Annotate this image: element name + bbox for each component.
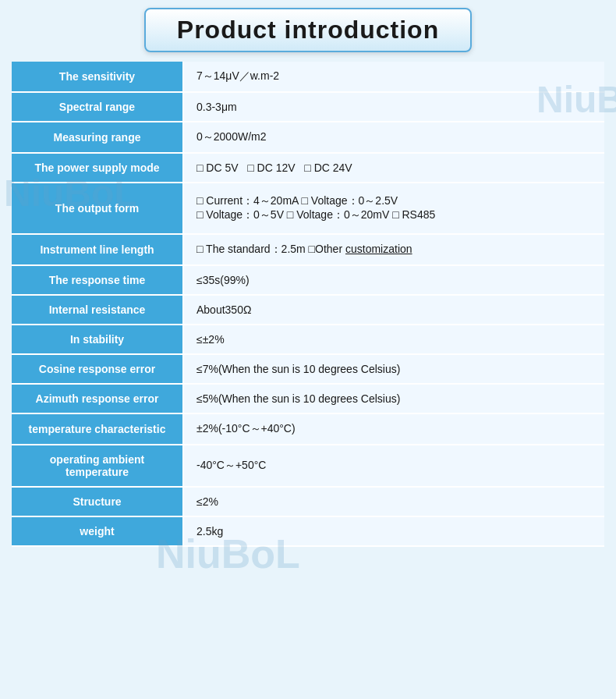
table-row: Structure ≤2% xyxy=(12,487,604,516)
table-row: temperature characteristic ±2%(-10°C～+40… xyxy=(12,413,604,445)
output-line1: □ Current：4～20mA □ Voltage：0～2.5V xyxy=(196,194,398,207)
table-row: Measuring range 0～2000W/m2 xyxy=(12,122,604,153)
table-row: Instrument line length □ The standard：2.… xyxy=(12,234,604,265)
label-resistance: Internal resistance xyxy=(12,295,183,325)
table-row: Spectral range 0.3-3μm xyxy=(12,92,604,122)
value-cosine: ≤7%(When the sun is 10 degrees Celsius) xyxy=(183,354,604,384)
table-row: The sensitivity 7～14μV／w.m-2 xyxy=(12,62,604,92)
table-row: weight 2.5kg xyxy=(12,516,604,546)
value-power: □ DC 5V □ DC 12V □ DC 24V xyxy=(183,153,604,183)
label-weight: weight xyxy=(12,516,183,546)
value-sensitivity: 7～14μV／w.m-2 xyxy=(183,62,604,92)
label-spectral: Spectral range xyxy=(12,92,183,122)
value-output: □ Current：4～20mA □ Voltage：0～2.5V □ Volt… xyxy=(183,183,604,234)
customization-text: customization xyxy=(345,243,412,255)
label-temp-char: temperature characteristic xyxy=(12,413,183,445)
label-measuring: Measuring range xyxy=(12,122,183,153)
table-row: Azimuth response error ≤5%(When the sun … xyxy=(12,384,604,413)
label-cosine: Cosine response error xyxy=(12,354,183,384)
label-instrument: Instrument line length xyxy=(12,234,183,265)
value-structure: ≤2% xyxy=(183,487,604,516)
table-row: In stability ≤±2% xyxy=(12,325,604,354)
value-stability: ≤±2% xyxy=(183,325,604,354)
value-weight: 2.5kg xyxy=(183,516,604,546)
label-azimuth: Azimuth response error xyxy=(12,384,183,413)
page-title: Product introduction xyxy=(177,16,439,44)
label-stability: In stability xyxy=(12,325,183,354)
title-container: Product introduction xyxy=(12,8,604,52)
value-spectral: 0.3-3μm xyxy=(183,92,604,122)
label-sensitivity: The sensitivity xyxy=(12,62,183,92)
value-azimuth: ≤5%(When the sun is 10 degrees Celsius) xyxy=(183,384,604,413)
table-row: operating ambient temperature -40°C～+50°… xyxy=(12,445,604,487)
label-power: The power supply mode xyxy=(12,153,183,183)
label-output: The output form xyxy=(12,183,183,234)
table-row: The response time ≤35s(99%) xyxy=(12,265,604,295)
label-response: The response time xyxy=(12,265,183,295)
label-structure: Structure xyxy=(12,487,183,516)
checkbox-dc24v: □ DC 24V xyxy=(304,161,352,174)
table-row: Internal resistance About350Ω xyxy=(12,295,604,325)
label-ambient: operating ambient temperature xyxy=(12,445,183,487)
value-measuring: 0～2000W/m2 xyxy=(183,122,604,153)
checkbox-dc12v: □ DC 12V xyxy=(247,161,295,174)
page-wrapper: NiuBoL NiuB NiuBoL Product introduction … xyxy=(0,0,616,562)
table-row: The power supply mode □ DC 5V □ DC 12V □… xyxy=(12,153,604,183)
output-line2: □ Voltage：0～5V □ Voltage：0～20mV □ RS485 xyxy=(196,208,592,222)
value-resistance: About350Ω xyxy=(183,295,604,325)
checkbox-dc5v: □ DC 5V xyxy=(196,161,239,174)
table-row: The output form □ Current：4～20mA □ Volta… xyxy=(12,183,604,234)
value-response: ≤35s(99%) xyxy=(183,265,604,295)
table-row: Cosine response error ≤7%(When the sun i… xyxy=(12,354,604,384)
spec-table: The sensitivity 7～14μV／w.m-2 Spectral ra… xyxy=(12,62,604,547)
title-box: Product introduction xyxy=(144,8,472,52)
value-temp-char: ±2%(-10°C～+40°C) xyxy=(183,413,604,445)
value-ambient: -40°C～+50°C xyxy=(183,445,604,487)
value-instrument: □ The standard：2.5m □Other customization xyxy=(183,234,604,265)
